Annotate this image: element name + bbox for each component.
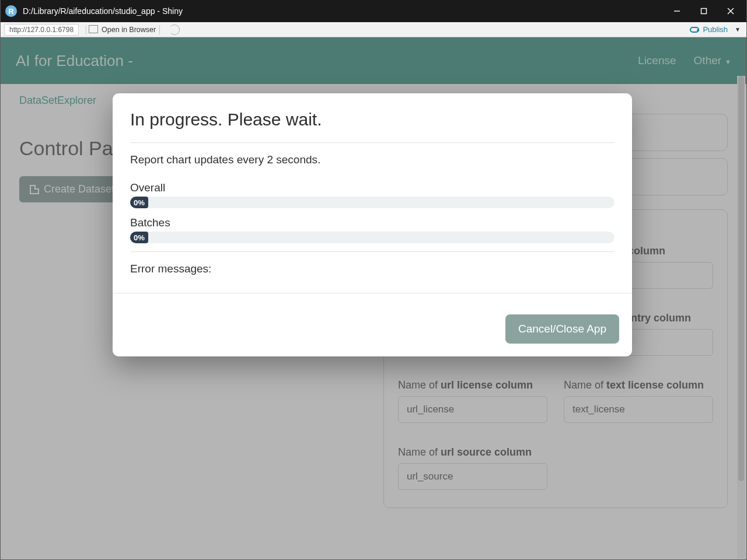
app-icon: R [5,5,17,17]
reload-icon[interactable] [169,24,180,35]
window-titlebar: R D:/Library/R/aifeducation/studio_app -… [1,0,746,22]
browser-toolbar: http://127.0.0.1:6798 Open in Browser Pu… [1,22,746,37]
modal-subtext: Report chart updates every 2 seconds. [130,153,615,166]
separator [86,25,86,34]
window-maximize-button[interactable] [690,0,717,22]
progress-batches-label: Batches [130,216,615,229]
window-minimize-button[interactable] [664,0,690,22]
publish-button[interactable]: Publish ▼ [690,25,743,34]
window-close-button[interactable] [717,0,744,22]
error-messages-label: Error messages: [130,262,615,275]
progress-overall-bar: 0% [130,197,615,208]
open-in-browser-label: Open in Browser [102,26,156,34]
publish-icon [690,27,699,33]
progress-modal: In progress. Please wait. Report chart u… [113,93,632,356]
progress-batches-bar: 0% [130,232,615,243]
modal-title: In progress. Please wait. [130,110,615,130]
separator [159,25,160,34]
svg-rect-1 [701,9,707,14]
window-title: D:/Library/R/aifeducation/studio_app - S… [23,6,664,16]
progress-batches-value: 0% [130,232,148,243]
chevron-down-icon: ▼ [735,26,741,33]
progress-overall-label: Overall [130,181,615,194]
window-icon [90,26,98,33]
url-field[interactable]: http://127.0.0.1:6798 [4,24,79,36]
progress-overall-value: 0% [130,197,148,208]
publish-label: Publish [703,25,728,34]
cancel-close-app-button[interactable]: Cancel/Close App [505,314,619,344]
open-in-browser-button[interactable]: Open in Browser [90,26,156,34]
